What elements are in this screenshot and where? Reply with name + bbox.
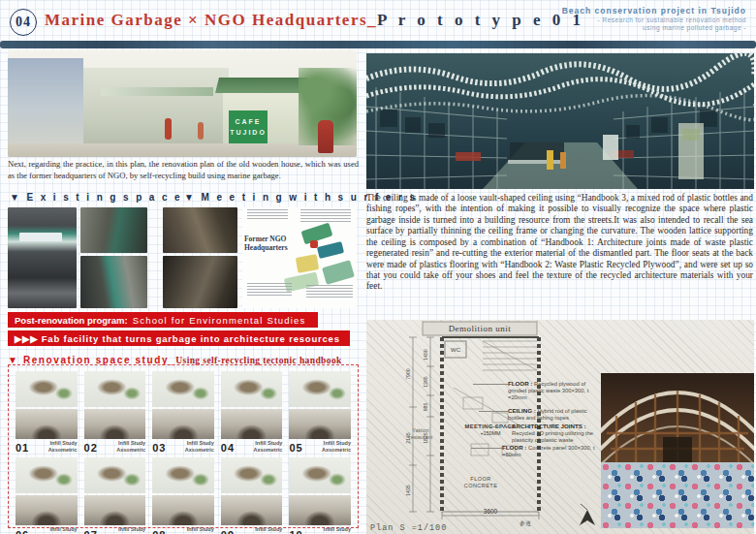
svg-text:985: 985 xyxy=(423,403,428,412)
axon-thumbnail xyxy=(221,457,283,493)
svg-text:1395: 1395 xyxy=(423,376,428,388)
axon-thumbnail xyxy=(84,371,146,407)
meeting-photo-discussion xyxy=(163,207,237,253)
card-label: Infill StudyAxsometric xyxy=(322,440,351,454)
map-patch xyxy=(296,254,319,273)
project-subtitle: Beach conservation project in Tsujido - … xyxy=(562,6,746,32)
card-label: Infill StudyAxsometric xyxy=(48,440,78,454)
axon-thumbnail xyxy=(16,371,78,407)
perspective-thumbnail xyxy=(152,409,214,439)
perspective-thumbnail xyxy=(289,495,351,525)
card-number: 07 xyxy=(84,529,98,534)
svg-text:1450: 1450 xyxy=(423,349,428,361)
project-line1: Beach conservation project in Tsujido xyxy=(562,6,746,16)
study-card-05: 05Infill StudyAxsometric xyxy=(289,371,351,454)
study-card-08: 08Infill StudyAxsometric xyxy=(152,457,214,534)
renovation-study-grid: 01Infill StudyAxsometric 02Infill StudyA… xyxy=(8,364,359,528)
existing-photo-entrance xyxy=(80,207,147,253)
svg-text:WC: WC xyxy=(451,347,461,353)
handwritten-note xyxy=(300,209,351,224)
card-label: Infill StudyAxsometric xyxy=(253,440,282,454)
callout-leader xyxy=(483,426,512,427)
cafe-sign-line2: TUJIDO xyxy=(229,127,268,138)
sketch-awning xyxy=(101,87,213,96)
card-number: 05 xyxy=(289,442,302,454)
sketch-building-left xyxy=(8,58,83,143)
card-label: Infill StudyAxsometric xyxy=(253,526,282,534)
svg-text:restaurant: restaurant xyxy=(409,434,433,440)
page-title: Marine Garbage × NGO Headquarters_P r o … xyxy=(45,11,584,30)
study-card-10: 10Infill StudyAxsometric xyxy=(289,457,351,534)
perspective-thumbnail xyxy=(152,495,214,525)
axon-thumbnail xyxy=(221,371,283,407)
card-number: 03 xyxy=(152,442,166,454)
existing-photo-building-front xyxy=(8,207,77,308)
perspective-thumbnail xyxy=(289,409,351,439)
street-watercolor-sketch: CAFE TUJIDO xyxy=(8,50,357,157)
study-card-04: 04Infill StudyAxsometric xyxy=(221,371,283,454)
building-sign xyxy=(19,233,62,241)
callout-leader xyxy=(479,411,508,412)
interior-render-image xyxy=(366,53,754,189)
card-number: 04 xyxy=(221,442,235,454)
card-number: 02 xyxy=(84,442,98,454)
svg-text:1825: 1825 xyxy=(423,432,428,444)
presentation-board: 04 Marine Garbage × NGO Headquarters_P r… xyxy=(0,0,756,534)
meeting-photo-office xyxy=(163,256,237,308)
banner1-text: School for Environmental Studies xyxy=(133,315,306,326)
vault-structure-graphic xyxy=(601,373,754,528)
card-label: Infill StudyAxsometric xyxy=(185,440,214,454)
axon-thumbnail xyxy=(16,457,78,493)
callout-leader xyxy=(471,448,502,449)
callout-ceiling: CEILING : Hybrid rod of plastic bottles … xyxy=(508,407,605,422)
card-label: Infill StudyAxsometric xyxy=(48,526,78,534)
handwritten-note xyxy=(306,285,353,299)
handwritten-note xyxy=(247,283,292,298)
card-label: Infill StudyAxsometric xyxy=(116,526,145,534)
callout-leader xyxy=(473,384,508,385)
card-number: 09 xyxy=(221,529,235,534)
svg-text:Demolition unit: Demolition unit xyxy=(449,324,512,333)
axon-thumbnail xyxy=(289,457,351,493)
study-card-09: 09Infill StudyAxsometric xyxy=(221,457,283,534)
callout-floor-plywood: FLOOR : Recycled plywood of grinded plas… xyxy=(508,380,605,402)
project-line2: - Research for sustainable renovation me… xyxy=(562,16,746,24)
card-number: 01 xyxy=(16,442,29,454)
fab-facility-banner: ▶▶▶ Fab facility that turns garbage into… xyxy=(8,330,350,346)
sketch-figure-small-2 xyxy=(198,122,204,140)
svg-text:Yakitori: Yakitori xyxy=(412,427,429,433)
perspective-thumbnail xyxy=(16,495,78,525)
existing-space-label: ▼ E x i s t i n g s p a c e xyxy=(10,192,182,203)
study-card-03: 03Infill StudyAxsometric xyxy=(152,371,214,454)
axon-thumbnail xyxy=(289,371,351,407)
project-line3: using marine polluted garbage - xyxy=(562,24,746,32)
perspective-thumbnail xyxy=(221,409,283,439)
card-label: Infill StudyAxsometric xyxy=(116,440,145,454)
perspective-thumbnail xyxy=(16,409,78,439)
existing-photo-eaves xyxy=(80,256,147,308)
sketch-figure-red xyxy=(318,120,333,153)
page-number-badge: 04 xyxy=(10,9,37,36)
axon-thumbnail xyxy=(152,457,214,493)
svg-text:1435: 1435 xyxy=(405,485,411,496)
perspective-thumbnail xyxy=(84,409,146,439)
title-red-part: Marine Garbage × NGO Headquarters_ xyxy=(45,11,377,29)
card-number: 08 xyxy=(152,529,166,534)
sketch-building-middle xyxy=(83,68,229,143)
cafe-sign: CAFE TUJIDO xyxy=(229,110,268,143)
svg-text:CONCRETE: CONCRETE xyxy=(464,483,498,488)
svg-text:FLOOR: FLOOR xyxy=(470,476,490,482)
render-graphic xyxy=(366,53,754,189)
watercolor-divider xyxy=(0,41,756,48)
study-card-06: 06Infill StudyAxsometric xyxy=(16,457,78,534)
svg-text:7900: 7900 xyxy=(405,368,411,380)
card-label: Infill StudyAxsometric xyxy=(322,526,351,534)
axon-thumbnail xyxy=(84,457,146,493)
map-patch xyxy=(317,241,344,259)
map-patch xyxy=(322,260,355,285)
body-paragraph: The ceiling is made of a loose vault-sha… xyxy=(366,193,753,313)
cafe-sign-line1: CAFE xyxy=(229,116,268,127)
sketch-cafe-roof xyxy=(215,78,308,93)
banner1-label: Post-renovation program: xyxy=(15,315,128,326)
card-label: Infill StudyAxsometric xyxy=(185,526,214,534)
